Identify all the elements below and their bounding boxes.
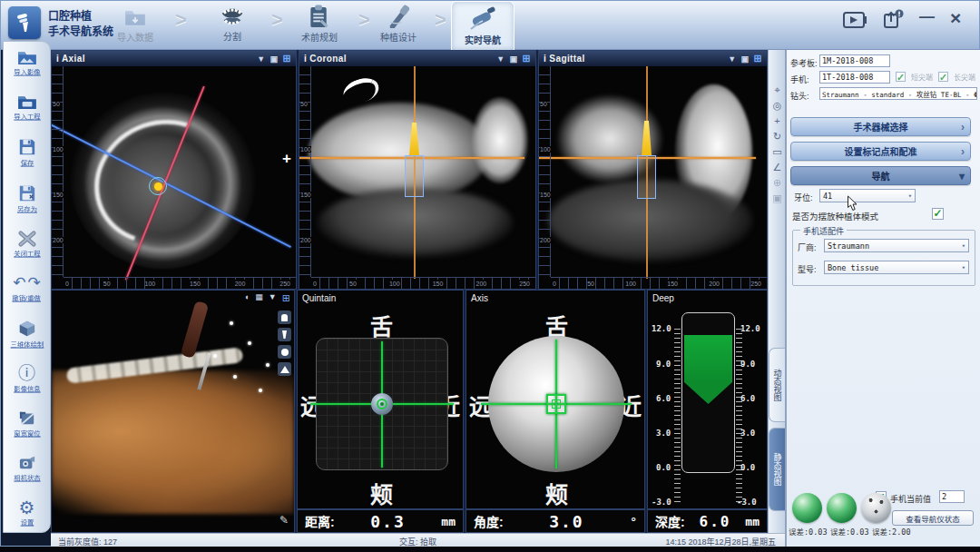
app-window: 口腔种植 手术导航系统 导入数据 > 分割 > bbox=[0, 0, 980, 547]
capture-tool-icon[interactable]: ▣ bbox=[769, 191, 786, 206]
folder-project-icon bbox=[17, 94, 37, 110]
step-import-data[interactable]: 导入数据 bbox=[103, 3, 167, 44]
tab-dynamic-view[interactable]: 动态视图 bbox=[769, 348, 786, 422]
viewport-axis[interactable]: Axis 舌 远 近 颊 角度: 3.0 ° bbox=[466, 290, 645, 533]
viewport-sagittal[interactable]: i Sagittal ▼ ▣ ⊞ 50 100 150 bbox=[538, 50, 768, 290]
zoom-tool-icon[interactable]: ◎ bbox=[769, 98, 786, 113]
navigation-panel: 参考板: 1M-2018-008 手机: 1T-2018-008 ✓ 短尖端 ✓… bbox=[785, 50, 980, 547]
coronal-image[interactable]: 50 100 150 200 050 100150 200250 bbox=[299, 66, 535, 289]
viewport-coronal[interactable]: i Coronal ▼ ▣ ⊞ 50 100 150 bbox=[299, 50, 536, 290]
viewport-3d[interactable]: ◐ ▦ ▼ ⊞ ✎ bbox=[51, 290, 295, 533]
vendor-select[interactable]: Straumann ▾ bbox=[824, 239, 969, 252]
expand-icon[interactable]: ⊞ bbox=[522, 53, 531, 64]
rotate-tool-icon[interactable]: ↻ bbox=[769, 129, 786, 144]
step-design[interactable]: 种植设计 bbox=[367, 3, 430, 44]
ruler-tick: 150 bbox=[540, 192, 551, 198]
ruler-tick: 50 bbox=[300, 101, 308, 107]
sidebar-item-save[interactable]: 保存 bbox=[4, 138, 50, 167]
dropdown-menu-icon[interactable]: ▼ bbox=[269, 292, 277, 304]
navigation-section-header[interactable]: 导航 ▾ bbox=[790, 166, 971, 185]
sidebar-item-undo-redo[interactable]: ↶ ↷ 撤销/重做 bbox=[4, 275, 50, 302]
ruler-tick: 200 bbox=[709, 280, 720, 289]
volume-render-icon bbox=[18, 320, 36, 338]
deep-tick-label: 3.0 bbox=[656, 429, 671, 438]
angle-tool-icon[interactable]: ∠ bbox=[769, 160, 786, 175]
expand-icon[interactable]: ⊞ bbox=[282, 292, 290, 304]
viewport-deep[interactable]: Deep 12.0 9.0 6.0 3.0 0.0 -3.0 12.0 9.0 … bbox=[647, 290, 768, 533]
3d-tool-tooth-icon[interactable] bbox=[278, 310, 291, 324]
short-tip-label: 短尖端 bbox=[911, 72, 933, 82]
layout-icon[interactable]: ▣ bbox=[509, 54, 517, 64]
handpiece-tracker-status-icon[interactable] bbox=[827, 493, 857, 523]
handpiece-field[interactable]: 1T-2018-008 bbox=[819, 71, 890, 84]
export-report-button[interactable] bbox=[883, 9, 904, 30]
model-select[interactable]: Bone tissue ▾ bbox=[824, 261, 969, 274]
sidebar-item-import-image[interactable]: 导入影像 bbox=[4, 49, 50, 76]
dropdown-menu-icon[interactable]: ▼ bbox=[728, 54, 736, 64]
plan-icon bbox=[309, 5, 330, 29]
tab-dynamic-label: 动态视图 bbox=[772, 369, 784, 401]
3d-tool-implant-icon[interactable] bbox=[278, 328, 291, 341]
layout-icon[interactable]: ▣ bbox=[270, 54, 278, 64]
screen: 口腔种植 手术导航系统 导入数据 > 分割 > bbox=[0, 0, 980, 552]
sphere-view-icon[interactable]: ◐ bbox=[245, 292, 250, 304]
quintain-title: Quintain bbox=[302, 293, 336, 303]
long-tip-checkbox[interactable]: ✓ bbox=[938, 72, 948, 82]
3d-tool-flag-icon[interactable] bbox=[278, 362, 291, 376]
sidebar-item-image-info[interactable]: ⓘ 影像信息 bbox=[4, 366, 50, 393]
viewport-axial[interactable]: i Axial ▼ ▣ ⊞ + 50 100 150 bbox=[51, 50, 297, 290]
layout-icon[interactable]: ▣ bbox=[740, 54, 749, 64]
short-tip-checkbox[interactable]: ✓ bbox=[896, 72, 906, 82]
sidebar-item-window-level[interactable]: 窗宽窗位 bbox=[4, 410, 50, 438]
step-segment[interactable]: 分割 bbox=[201, 3, 264, 43]
minimize-button[interactable]: — bbox=[919, 8, 935, 26]
expand-icon[interactable]: ⊞ bbox=[753, 53, 762, 64]
sagittal-image[interactable]: 50 100 150 200 050 100150 200250 bbox=[539, 66, 767, 289]
ruler-tick: 200 bbox=[53, 237, 64, 243]
drill-field[interactable]: Straumann - standard - 攻丝钻 TE-BL - Φ3. bbox=[819, 87, 977, 100]
expand-icon[interactable]: ⊞ bbox=[282, 53, 291, 64]
step-realtime-nav[interactable]: 实时导航 bbox=[451, 1, 514, 50]
reference-tracker-status-icon[interactable] bbox=[792, 493, 822, 523]
viewport-sagittal-titlebar: i Sagittal ▼ ▣ ⊞ bbox=[539, 51, 767, 66]
viewport-quintain[interactable]: Quintain 舌 远 近 颊 距离: 0.3 mm bbox=[297, 290, 464, 533]
plus-tool-icon[interactable]: + bbox=[282, 150, 291, 168]
sidebar-item-camera-status[interactable]: 相机状态 bbox=[4, 455, 50, 482]
registration-status-icon[interactable] bbox=[861, 493, 891, 523]
current-value-field[interactable]: 2 bbox=[939, 490, 965, 503]
chevron-down-icon: ▾ bbox=[959, 170, 965, 182]
select-arrow-icon: ▾ bbox=[962, 264, 965, 271]
sidebar-item-settings[interactable]: ⚙ 设置 bbox=[4, 499, 50, 527]
vendor-label: 厂商: bbox=[798, 242, 817, 253]
step-plan[interactable]: 术前规划 bbox=[288, 3, 351, 44]
dropdown-menu-icon[interactable]: ▼ bbox=[496, 54, 505, 64]
sidebar-item-close-project[interactable]: 关闭工程 bbox=[4, 231, 50, 258]
tracking-marker bbox=[230, 321, 233, 325]
target-tool-icon[interactable]: ⌖ bbox=[769, 83, 786, 98]
sidebar-item-import-project[interactable]: 导入工程 bbox=[4, 94, 50, 121]
grid-view-icon[interactable]: ▦ bbox=[255, 292, 263, 304]
tooth-position-select[interactable]: 41 ▾ bbox=[819, 189, 916, 202]
error-value-1: 误差:0.03 bbox=[789, 526, 828, 537]
segment-icon bbox=[219, 5, 246, 28]
view-navigator-status-button[interactable]: 查看导航仪状态 bbox=[892, 510, 974, 526]
pan-tool-icon[interactable]: + bbox=[769, 113, 786, 129]
sidebar-item-save-as[interactable]: 另存为 bbox=[4, 184, 50, 213]
axial-image[interactable]: + 50 100 150 200 050 100150 200250 bbox=[52, 66, 296, 289]
close-button[interactable]: × bbox=[950, 7, 961, 29]
instrument-select-button[interactable]: 手术器械选择 › bbox=[790, 117, 971, 136]
reference-plate-field[interactable]: 1M-2018-008 bbox=[819, 54, 890, 67]
info-icon: ⓘ bbox=[18, 366, 35, 382]
3d-tool-bone-icon[interactable] bbox=[278, 345, 291, 359]
dropdown-menu-icon[interactable]: ▼ bbox=[257, 54, 265, 64]
placement-mode-checkbox[interactable]: ✓ bbox=[932, 208, 944, 220]
ruler-tick: 50 bbox=[103, 280, 111, 289]
layers-tool-icon[interactable]: ⊕ bbox=[769, 175, 786, 191]
markers-registration-button[interactable]: 设置标记点和配准 › bbox=[790, 142, 971, 161]
tab-static-view[interactable]: 静态视图 bbox=[769, 428, 786, 511]
pencil-annotate-icon[interactable]: ✎ bbox=[279, 514, 289, 527]
ruler-tool-icon[interactable]: ▭ bbox=[769, 144, 786, 160]
record-video-button[interactable] bbox=[843, 12, 867, 28]
depth-label: 深度: bbox=[655, 512, 685, 530]
sidebar-item-volume-render[interactable]: 三维体绘制 bbox=[4, 320, 50, 349]
